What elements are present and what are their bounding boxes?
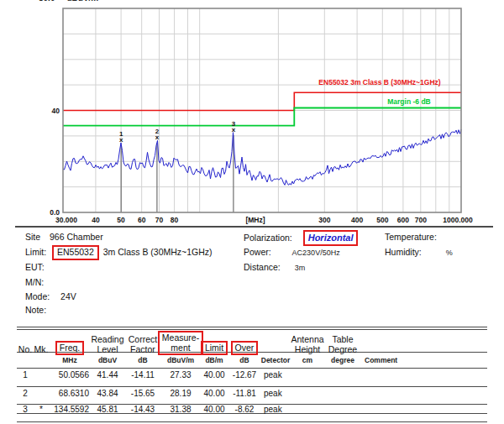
- cell-det: peak: [260, 370, 291, 380]
- humidity-unit: %: [446, 249, 453, 257]
- table-rule: [17, 368, 487, 369]
- cell-over: -8.62: [228, 405, 260, 414]
- note-field: Note:: [25, 305, 46, 315]
- cell-reading: 43.84: [91, 389, 124, 398]
- table-unit-ant: cm: [291, 356, 324, 364]
- svg-text:40: 40: [52, 107, 60, 115]
- site-field: Site 966 Chamber: [25, 232, 103, 242]
- cell-ant: [291, 370, 324, 380]
- table-unit-meas: dBuV/m: [161, 356, 200, 364]
- cell-comment: [361, 389, 405, 398]
- section-divider: [15, 226, 493, 228]
- cell-correct: -14.43: [124, 405, 161, 414]
- mode-label: Mode:: [25, 291, 50, 301]
- humidity-label: Humidity:: [385, 247, 422, 257]
- table-row: 150.056641.44-14.1127.3340.00-12.67peak: [17, 370, 487, 380]
- table-header-mk: Mk.: [34, 345, 49, 355]
- svg-text:700: 700: [415, 216, 427, 224]
- table-header-meas: Measure-ment: [161, 331, 200, 354]
- results-table-units-row: MHzdBuVdBdBuV/mdB/mdBDetectorcmdegreeCom…: [17, 356, 487, 364]
- temperature-label: Temperature:: [385, 232, 437, 242]
- cell-det: peak: [260, 389, 291, 398]
- table-header-text: Over: [235, 343, 255, 353]
- table-header-annotation-box: Limit: [201, 341, 228, 356]
- svg-text:600: 600: [397, 216, 409, 224]
- cell-det: peak: [260, 405, 291, 414]
- cell-no: 1: [17, 370, 34, 380]
- emission-spectrum-chart: EN55032 3m Class B (30MHz~1GHz)Margin -6…: [0, 0, 504, 225]
- cell-reading: 45.81: [91, 405, 124, 414]
- table-header-text: Degree: [328, 345, 357, 355]
- table-header-annotation-box: Measure-ment: [158, 331, 203, 355]
- svg-text:50: 50: [117, 216, 125, 224]
- svg-text:80: 80: [171, 216, 179, 224]
- limit-detail: 3m Class B (30MHz~1GHz): [103, 247, 213, 257]
- table-header-text: Correct: [129, 335, 157, 345]
- mn-label: M/N:: [25, 277, 44, 287]
- cell-deg: [324, 405, 361, 414]
- cell-freq: 50.0566: [49, 370, 91, 380]
- cell-correct: -15.65: [124, 389, 161, 398]
- table-header-text: Height: [295, 345, 320, 355]
- cell-mk: [34, 389, 49, 398]
- eut-label: EUT:: [25, 262, 45, 272]
- eut-field: EUT:: [25, 262, 45, 272]
- svg-text:300: 300: [318, 216, 330, 224]
- table-unit-correct: dB: [124, 356, 161, 364]
- table-header-over: Over: [228, 341, 260, 355]
- polarization-field: Polarization: Horizontal: [244, 230, 358, 246]
- cell-limit: 40.00: [200, 389, 228, 398]
- table-header-text: Measure-: [162, 333, 199, 343]
- humidity-field: Humidity: %: [385, 247, 453, 257]
- mode-value: 24V: [60, 291, 76, 301]
- site-label: Site: [25, 232, 40, 242]
- svg-text:60: 60: [138, 216, 146, 224]
- cell-limit: 40.00: [200, 370, 228, 380]
- table-unit-deg: degree: [324, 356, 361, 364]
- cell-comment: [361, 405, 405, 414]
- distance-field: Distance: 3m: [244, 262, 305, 272]
- limit-label: Limit:: [25, 247, 46, 257]
- margin-line-label: Margin -6 dB: [387, 97, 430, 106]
- table-header-freq: Freq.: [49, 341, 91, 355]
- svg-text:30.000: 30.000: [55, 216, 77, 224]
- cell-reading: 41.44: [91, 370, 124, 380]
- table-unit-limit: dB/m: [200, 356, 228, 364]
- table-header-reading: ReadingLevel: [91, 335, 124, 354]
- table-header-correct: CorrectFactor: [124, 335, 161, 354]
- limit-field: Limit: EN55032 3m Class B (30MHz~1GHz): [25, 245, 213, 260]
- cell-mk: [34, 370, 49, 380]
- table-header-text: Reading: [91, 335, 123, 345]
- table-unit-mk: [34, 356, 49, 364]
- table-header-text: Table: [332, 335, 353, 345]
- cell-deg: [324, 370, 361, 380]
- distance-value: 3m: [295, 264, 306, 272]
- distance-label: Distance:: [244, 262, 281, 272]
- table-rule: [17, 329, 487, 330]
- table-header-annotation-box: Over: [231, 341, 259, 356]
- peak-marker-number: 1: [119, 130, 123, 138]
- cell-mk: *: [34, 405, 49, 414]
- limit-standard: EN55032: [57, 247, 94, 257]
- spectrum-chart-svg: EN55032 3m Class B (30MHz~1GHz)Margin -6…: [0, 0, 504, 225]
- power-field: Power: AC230V/50Hz: [244, 247, 340, 257]
- polarization-label: Polarization:: [244, 233, 292, 243]
- temperature-field: Temperature:: [385, 232, 437, 242]
- peak-markers: x1x2x3: [119, 120, 236, 144]
- cell-meas: 31.38: [161, 405, 200, 414]
- limit-standard-annotation-box: EN55032: [52, 245, 99, 260]
- peak-marker-lines: [121, 135, 234, 212]
- table-header-text: Factor: [130, 345, 155, 355]
- polarization-annotation-box: Horizontal: [303, 230, 359, 246]
- cell-comment: [361, 370, 405, 380]
- table-rule: [17, 421, 487, 422]
- test-report-page: { "chart_data": { "type": "line", "title…: [0, 0, 504, 424]
- peak-marker-number: 2: [155, 128, 160, 135]
- limit-line-label: EN55032 3m Class B (30MHz~1GHz): [318, 78, 440, 86]
- x-axis-tick-labels: 30.00040506070803004005006007001000.000[…: [55, 216, 473, 224]
- table-header-text: No.: [18, 345, 32, 355]
- svg-text:400: 400: [351, 216, 363, 224]
- cell-ant: [291, 405, 324, 414]
- svg-text:0.0: 0.0: [50, 208, 60, 217]
- cell-freq: 134.5592: [49, 405, 91, 414]
